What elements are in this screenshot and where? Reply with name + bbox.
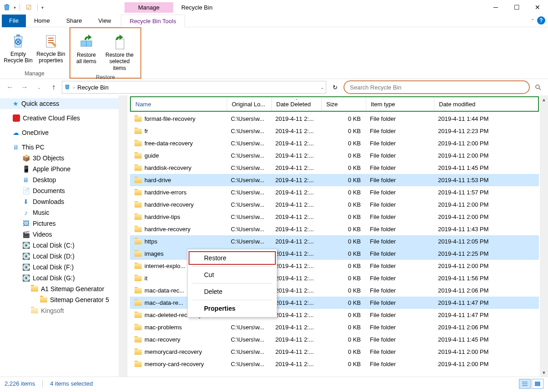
svg-rect-5	[81, 41, 86, 46]
file-row[interactable]: frC:\Users\w...2019-4-11 2:...0 KBFile f…	[130, 125, 539, 137]
context-delete[interactable]: Delete	[189, 285, 276, 298]
file-original-location: C:\Users\w...	[226, 226, 271, 233]
recycle-bin-properties-button[interactable]: Recycle Bin properties	[35, 29, 66, 69]
file-size: 0 KB	[321, 238, 365, 245]
file-row[interactable]: memorycard-recoveryC:\Users\w...2019-4-1…	[130, 346, 539, 358]
tab-home[interactable]: Home	[26, 15, 58, 27]
column-date-deleted[interactable]: ⌄ Date Deleted	[272, 97, 322, 111]
sidebar-item-videos[interactable]: 🎬Videos	[0, 229, 119, 240]
back-button[interactable]: ←	[4, 81, 16, 94]
file-row[interactable]: httpsC:\Users\w...2019-4-11 2:...0 KBFil…	[130, 235, 539, 248]
minimize-button[interactable]: ─	[485, 0, 506, 15]
file-size: 0 KB	[321, 348, 365, 355]
restore-selected-items-button[interactable]: Restore the selected items	[101, 30, 138, 73]
context-properties[interactable]: Properties	[189, 302, 276, 315]
tab-view[interactable]: View	[90, 15, 119, 27]
column-name[interactable]: Name	[131, 97, 227, 111]
search-box[interactable]	[344, 80, 530, 94]
sidebar-creative-cloud[interactable]: Creative Cloud Files	[0, 113, 119, 124]
sidebar-scrollbar[interactable]	[119, 95, 127, 377]
file-size: 0 KB	[321, 324, 365, 331]
file-type: File folder	[365, 250, 433, 257]
context-cut[interactable]: Cut	[189, 268, 276, 282]
address-dropdown-icon[interactable]: ⌄	[320, 85, 324, 90]
file-row[interactable]: harddrive-errorsC:\Users\w...2019-4-11 2…	[130, 186, 539, 198]
cc-icon	[13, 114, 20, 122]
column-original-location[interactable]: Original Lo...	[227, 97, 272, 111]
file-row[interactable]: hard-driveC:\Users\w...2019-4-11 2:...0 …	[130, 174, 539, 186]
sidebar-onedrive[interactable]: ☁ OneDrive	[0, 127, 119, 138]
up-button[interactable]: ↑	[47, 81, 60, 94]
file-row[interactable]: mac-recoveryC:\Users\w...2019-4-11 2:...…	[130, 333, 539, 346]
file-type: File folder	[365, 115, 433, 122]
file-size: 0 KB	[321, 115, 365, 122]
tab-share[interactable]: Share	[58, 15, 90, 27]
tab-file[interactable]: File	[2, 15, 26, 27]
file-row[interactable]: guideC:\Users\w...2019-4-11 2:...0 KBFil…	[130, 149, 539, 162]
content-scrollbar[interactable]: ▲ ▼	[540, 95, 548, 377]
thumbnails-view-button[interactable]	[532, 379, 543, 389]
address-bar[interactable]: › Recycle Bin ⌄	[62, 81, 326, 94]
sidebar-item-local-disk-f-[interactable]: 💽Local Disk (F:)	[0, 262, 119, 273]
item-icon: ♪	[22, 209, 30, 216]
item-icon: 🖥	[22, 176, 30, 184]
file-row[interactable]: format-file-recoveryC:\Users\w...2019-4-…	[130, 113, 539, 125]
restore-all-items-button[interactable]: Restore all items	[73, 30, 100, 73]
column-item-type[interactable]: Item type	[366, 97, 434, 111]
item-icon: 💽	[22, 274, 30, 282]
file-row[interactable]: harddisk-recoveryC:\Users\w...2019-4-11 …	[130, 162, 539, 174]
column-date-modified[interactable]: Date modified	[434, 97, 503, 111]
sidebar-item-documents[interactable]: 📄Documents	[0, 185, 119, 196]
scroll-down-icon[interactable]: ▼	[540, 368, 548, 377]
column-size[interactable]: Size	[322, 97, 366, 111]
chevron-right-icon[interactable]: ›	[73, 85, 75, 90]
context-restore[interactable]: Restore	[189, 251, 276, 265]
sidebar-item-local-disk-d-[interactable]: 💽Local Disk (D:)	[0, 251, 119, 262]
sidebar-item-3d-objects[interactable]: 📦3D Objects	[0, 153, 119, 164]
sidebar-item-local-disk-c-[interactable]: 💽Local Disk (C:)	[0, 240, 119, 251]
forward-button[interactable]: →	[18, 81, 31, 94]
file-name: internet-explo...	[144, 263, 185, 269]
file-date-modified: 2019-4-11 1:43 PM	[433, 226, 502, 233]
recycle-bin-small-icon	[64, 84, 70, 91]
file-date-deleted: 2019-4-11 2:...	[271, 115, 321, 122]
file-name: https	[144, 238, 157, 245]
details-view-button[interactable]	[519, 379, 531, 389]
scroll-up-icon[interactable]: ▲	[540, 95, 548, 104]
sidebar-item-desktop[interactable]: 🖥Desktop	[0, 174, 119, 185]
search-input[interactable]	[350, 84, 523, 91]
tab-recycle-bin-tools[interactable]: Recycle Bin Tools	[121, 15, 184, 27]
empty-recycle-bin-button[interactable]: Empty Recycle Bin	[3, 29, 34, 69]
folder-icon	[135, 165, 142, 171]
sidebar-item-music[interactable]: ♪Music	[0, 207, 119, 218]
sidebar-sitemap-gen-5[interactable]: Sitemap Generator 5	[0, 294, 119, 305]
sidebar-a1-sitemap[interactable]: A1 Sitemap Generator	[0, 283, 119, 294]
sidebar-kingsoft[interactable]: Kingsoft	[0, 305, 119, 316]
search-button[interactable]	[532, 84, 544, 90]
checkbox-icon[interactable]: ☑	[24, 2, 34, 12]
file-row[interactable]: harddrive-recoveryC:\Users\w...2019-4-11…	[130, 198, 539, 211]
refresh-button[interactable]: ↻	[328, 84, 342, 91]
svg-point-8	[536, 85, 539, 89]
folder-icon	[135, 263, 142, 269]
recent-locations-button[interactable]: ⌄	[33, 81, 45, 94]
file-original-location: C:\Users\w...	[226, 140, 271, 147]
file-row[interactable]: harddrive-tipsC:\Users\w...2019-4-11 2:.…	[130, 211, 539, 223]
file-row[interactable]: memory-card-recoveryC:\Users\w...2019-4-…	[130, 358, 539, 370]
close-button[interactable]: ✕	[527, 0, 548, 15]
sidebar-item-apple-iphone[interactable]: 📱Apple iPhone	[0, 164, 119, 174]
file-row[interactable]: free-data-recoveryC:\Users\w...2019-4-11…	[130, 137, 539, 149]
file-row[interactable]: mac-problemsC:\Users\w...2019-4-11 2:...…	[130, 321, 539, 333]
sidebar-item-downloads[interactable]: ⬇Downloads	[0, 196, 119, 207]
help-icon[interactable]: ?	[537, 16, 545, 25]
sidebar-this-pc[interactable]: 🖥 This PC	[0, 142, 119, 153]
maximize-button[interactable]: ☐	[506, 0, 527, 15]
ribbon-collapse-icon[interactable]: ⌃	[531, 18, 534, 23]
file-original-location: C:\Users\w...	[226, 189, 271, 196]
sidebar-item-pictures[interactable]: 🖼Pictures	[0, 218, 119, 229]
sidebar-item-local-disk-g-[interactable]: 💽Local Disk (G:)	[0, 273, 119, 283]
file-type: File folder	[365, 336, 433, 343]
file-row[interactable]: hardrive-recoveryC:\Users\w...2019-4-11 …	[130, 223, 539, 235]
qat-dropdown-icon[interactable]: ▾	[14, 5, 16, 10]
sidebar-quick-access[interactable]: ★ Quick access	[0, 98, 119, 109]
